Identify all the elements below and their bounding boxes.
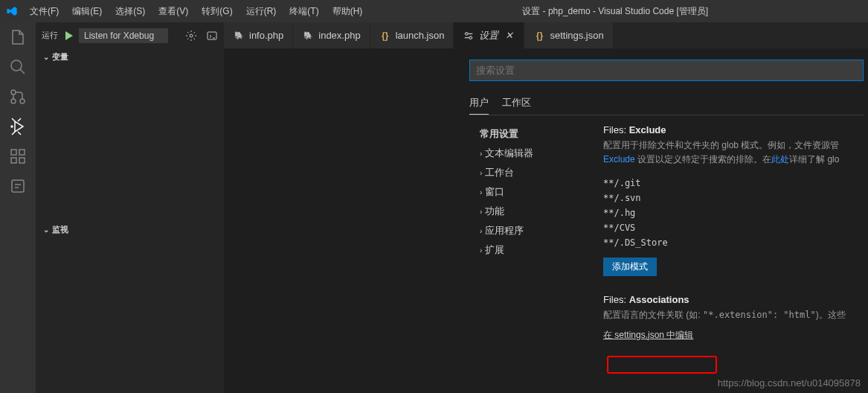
menu-goto[interactable]: 转到(G) [196,2,238,21]
section-watch[interactable]: ⌄ 监视 [36,221,224,238]
gear-icon[interactable] [185,30,197,42]
window-title: 设置 - php_demo - Visual Studio Code [管理员] [368,5,862,18]
svg-rect-11 [208,32,216,39]
scope-user-tab[interactable]: 用户 [469,92,489,115]
search-icon[interactable] [9,58,27,76]
tab-settings-json[interactable]: {} settings.json [524,22,613,48]
chevron-right-icon: › [480,188,482,196]
source-control-icon[interactable] [9,88,27,106]
toc-text-editor[interactable]: ›文本编辑器 [469,144,590,163]
tab-launch-json[interactable]: {} launch.json [370,22,454,48]
svg-point-1 [11,90,16,95]
pattern-item[interactable]: **/.DS_Store [603,235,868,250]
toc-workbench[interactable]: ›工作台 [469,163,590,182]
svg-point-4 [11,126,13,127]
chevron-right-icon: › [480,227,482,235]
exclude-pattern-list: **/.git **/.svn **/.hg **/CVS **/.DS_Sto… [603,176,868,250]
tab-settings[interactable]: 设置 ✕ [454,22,524,48]
chevron-right-icon: › [480,246,482,255]
toc-window[interactable]: ›窗口 [469,182,590,202]
outline-icon[interactable] [9,177,27,195]
menu-select[interactable]: 选择(S) [109,2,151,21]
menu-run[interactable]: 运行(R) [240,2,283,21]
play-icon[interactable] [62,30,74,42]
menu-terminal[interactable]: 终端(T) [283,2,324,21]
svg-point-0 [11,60,22,71]
chevron-down-icon: ⌄ [43,226,49,234]
add-pattern-button[interactable]: 添加模式 [603,258,657,276]
pattern-item[interactable]: **/.git [603,176,868,191]
console-icon[interactable] [206,30,218,42]
vscode-logo-icon [6,5,18,17]
setting-files-associations: Files: Associations 配置语言的文件关联 (如: "*.ext… [603,294,868,341]
chevron-right-icon: › [480,208,482,216]
json-file-icon: {} [379,30,391,42]
tab-index-php[interactable]: 🐘 index.php [293,22,370,48]
pattern-item[interactable]: **/CVS [603,220,868,235]
svg-point-13 [469,36,472,39]
chevron-down-icon: ⌄ [43,53,49,61]
svg-point-10 [190,34,193,37]
explorer-icon[interactable] [9,28,27,46]
pattern-item[interactable]: **/.hg [603,205,868,220]
scope-workspace-tab[interactable]: 工作区 [502,92,531,115]
svg-point-2 [20,99,25,103]
json-file-icon: {} [533,30,545,42]
php-file-icon: 🐘 [233,30,245,42]
menu-file[interactable]: 文件(F) [24,2,65,21]
toc-application[interactable]: ›应用程序 [469,221,590,240]
menu-help[interactable]: 帮助(H) [327,2,369,21]
svg-rect-7 [11,158,16,163]
debug-run-label: 运行 [42,30,58,41]
settings-tab-icon [463,30,475,42]
php-file-icon: 🐘 [302,30,314,42]
svg-point-3 [11,99,16,103]
menu-view[interactable]: 查看(V) [152,2,194,21]
toc-extensions[interactable]: ›扩展 [469,240,590,260]
section-variables[interactable]: ⌄ 变量 [36,48,224,66]
tab-info-php[interactable]: 🐘 info.php [224,22,293,48]
settings-search-input[interactable] [469,60,864,81]
exclude-link[interactable]: Exclude [603,154,635,164]
svg-rect-5 [11,150,16,155]
here-link[interactable]: 此处 [771,154,789,164]
svg-point-12 [466,32,469,35]
close-icon[interactable]: ✕ [503,30,515,42]
toc-common[interactable]: 常用设置 [469,124,590,144]
debug-icon[interactable] [9,118,27,135]
debug-config-select[interactable]: Listen for Xdebug [79,28,168,43]
svg-rect-6 [19,150,25,155]
chevron-right-icon: › [480,150,482,158]
pattern-item[interactable]: **/.svn [603,191,868,205]
menu-edit[interactable]: 编辑(E) [66,2,108,21]
toc-features[interactable]: ›功能 [469,202,590,221]
chevron-right-icon: › [480,169,482,177]
svg-rect-9 [12,180,24,192]
extensions-icon[interactable] [9,147,27,165]
edit-in-settings-json-link[interactable]: 在 settings.json 中编辑 [603,329,693,342]
setting-files-exclude: Files: Exclude 配置用于排除文件和文件夹的 glob 模式。例如，… [603,124,868,276]
svg-rect-8 [19,158,25,163]
